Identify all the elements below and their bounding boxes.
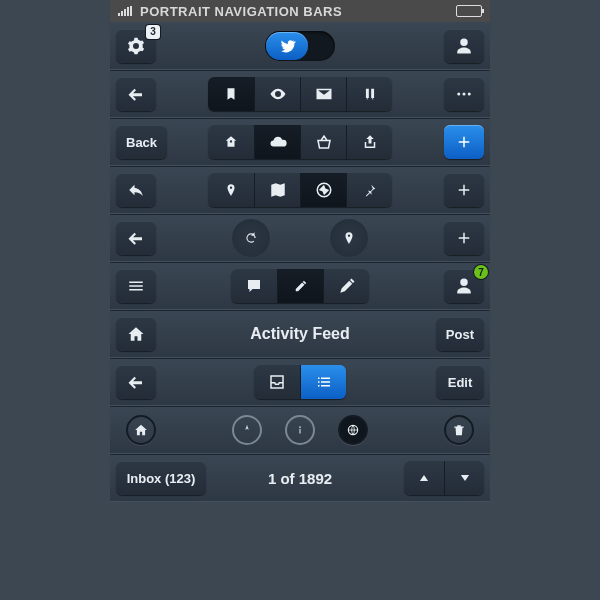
seg-cloud[interactable]: [254, 125, 300, 159]
seg-edit[interactable]: [277, 269, 323, 303]
svg-point-0: [457, 93, 460, 96]
bar-10: Inbox (123) 1 of 1892: [110, 454, 490, 502]
pushpin-icon: [363, 183, 377, 197]
profile-button[interactable]: [444, 29, 484, 63]
chat-icon: [245, 277, 263, 295]
bar-2: [110, 70, 490, 118]
seg-bookmark[interactable]: [208, 77, 254, 111]
back-text-button[interactable]: Back: [116, 125, 167, 159]
pager-up-down: [404, 461, 484, 495]
post-button[interactable]: Post: [436, 317, 484, 351]
bar-1: 3: [110, 22, 490, 70]
signal-icon: [118, 6, 132, 16]
reply-icon: [127, 181, 145, 199]
bar-7: Activity Feed Post: [110, 310, 490, 358]
activity-feed-title: Activity Feed: [250, 325, 350, 343]
segment-chat-pencil-pen: [231, 269, 369, 303]
circle-info-button[interactable]: [285, 415, 315, 445]
share-icon: [361, 133, 379, 151]
profile-badge: 7: [474, 265, 488, 279]
status-bar: PORTRAIT NAVIGATION BARS: [110, 0, 490, 22]
seg-pushpin[interactable]: [346, 173, 392, 207]
inbox-button[interactable]: Inbox (123): [116, 461, 206, 495]
seg-home[interactable]: [208, 125, 254, 159]
add-button[interactable]: [444, 173, 484, 207]
twitter-icon: [278, 37, 296, 55]
pin-icon: [342, 231, 356, 245]
segment-tray-list: [254, 365, 346, 399]
circle-compass-button[interactable]: [232, 415, 262, 445]
seg-basket[interactable]: [300, 125, 346, 159]
battery-icon: [456, 5, 482, 17]
settings-button[interactable]: 3: [116, 29, 156, 63]
menu-icon: [127, 277, 145, 295]
pencil-icon: [294, 279, 308, 293]
triangle-down-icon: [458, 471, 472, 485]
menu-button[interactable]: [116, 269, 156, 303]
triangle-up-icon: [417, 471, 431, 485]
bar-3: Back: [110, 118, 490, 166]
reply-button[interactable]: [116, 173, 156, 207]
page-down-button[interactable]: [444, 461, 484, 495]
svg-rect-5: [299, 429, 300, 434]
profile-button-2[interactable]: 7: [444, 269, 484, 303]
status-title: PORTRAIT NAVIGATION BARS: [140, 4, 448, 19]
back-arrow-button-3[interactable]: [116, 365, 156, 399]
arrow-left-icon: [127, 85, 145, 103]
book-icon: [363, 87, 377, 101]
seg-share[interactable]: [346, 125, 392, 159]
segment-home-cloud-basket-share: [208, 125, 392, 159]
seg-mail[interactable]: [300, 77, 346, 111]
home-icon: [127, 325, 145, 343]
birdhouse-icon: [224, 135, 238, 149]
bar-9: [110, 406, 490, 454]
svg-point-2: [468, 93, 471, 96]
basket-icon: [315, 133, 333, 151]
navigation-icon: [240, 423, 254, 437]
fountain-pen-icon: [338, 277, 356, 295]
svg-point-1: [463, 93, 466, 96]
page-up-button[interactable]: [404, 461, 444, 495]
bar-8: Edit: [110, 358, 490, 406]
plus-icon: [455, 229, 473, 247]
bar-6: 7: [110, 262, 490, 310]
seg-book[interactable]: [346, 77, 392, 111]
arrow-left-icon: [127, 229, 145, 247]
seg-tray[interactable]: [254, 365, 300, 399]
pin-ghost-button[interactable]: [330, 219, 368, 257]
edit-button[interactable]: Edit: [436, 365, 484, 399]
seg-pen[interactable]: [323, 269, 369, 303]
mail-icon: [315, 85, 333, 103]
trash-icon: [452, 423, 466, 437]
circle-home-button[interactable]: [126, 415, 156, 445]
segment-bookmark-eye-mail-book: [208, 77, 392, 111]
circle-trash-button[interactable]: [444, 415, 474, 445]
eye-icon: [269, 85, 287, 103]
seg-eye[interactable]: [254, 77, 300, 111]
pager-label: 1 of 1892: [268, 470, 332, 487]
back-arrow-button-2[interactable]: [116, 221, 156, 255]
circle-globe-button[interactable]: [338, 415, 368, 445]
more-button[interactable]: [444, 77, 484, 111]
compass-icon: [315, 181, 333, 199]
seg-compass[interactable]: [300, 173, 346, 207]
add-button-2[interactable]: [444, 221, 484, 255]
cloud-icon: [269, 133, 287, 151]
twitter-toggle[interactable]: [265, 31, 335, 61]
seg-map[interactable]: [254, 173, 300, 207]
bar-4: [110, 166, 490, 214]
add-button-blue[interactable]: [444, 125, 484, 159]
arrow-left-icon: [127, 373, 145, 391]
info-icon: [293, 423, 307, 437]
svg-point-4: [299, 426, 301, 428]
seg-list[interactable]: [300, 365, 346, 399]
settings-badge: 3: [146, 25, 160, 39]
gear-icon: [127, 37, 145, 55]
home-icon: [134, 423, 148, 437]
seg-pin[interactable]: [208, 173, 254, 207]
seg-chat[interactable]: [231, 269, 277, 303]
refresh-ghost-button[interactable]: [232, 219, 270, 257]
home-button[interactable]: [116, 317, 156, 351]
person-icon: [455, 277, 473, 295]
back-arrow-button[interactable]: [116, 77, 156, 111]
